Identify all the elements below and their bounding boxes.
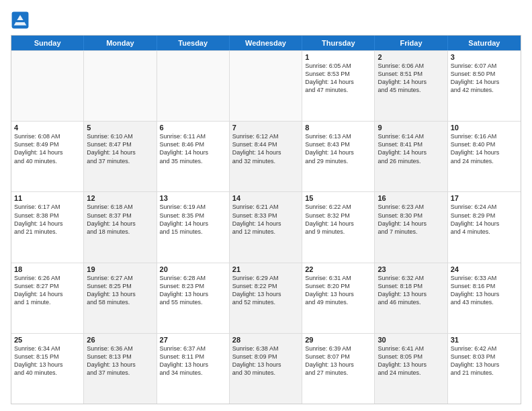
day-info: Sunrise: 6:12 AMSunset: 8:44 PMDaylight:…	[232, 132, 299, 165]
day-cell: 7Sunrise: 6:12 AMSunset: 8:44 PMDaylight…	[230, 122, 302, 191]
day-cell: 17Sunrise: 6:24 AMSunset: 8:29 PMDayligh…	[448, 192, 521, 262]
day-cell: 14Sunrise: 6:21 AMSunset: 8:33 PMDayligh…	[230, 192, 302, 262]
day-number: 30	[378, 336, 444, 344]
day-cell: 19Sunrise: 6:27 AMSunset: 8:25 PMDayligh…	[84, 263, 157, 333]
day-info: Sunrise: 6:33 AMSunset: 8:16 PMDaylight:…	[451, 274, 518, 307]
day-number: 25	[14, 336, 81, 344]
logo	[11, 11, 32, 30]
day-info: Sunrise: 6:16 AMSunset: 8:40 PMDaylight:…	[451, 132, 518, 165]
calendar: SundayMondayTuesdayWednesdayThursdayFrid…	[11, 35, 521, 404]
day-number: 17	[451, 194, 518, 202]
week-row-3: 18Sunrise: 6:26 AMSunset: 8:27 PMDayligh…	[11, 263, 521, 333]
day-info: Sunrise: 6:24 AMSunset: 8:29 PMDaylight:…	[451, 203, 518, 236]
day-cell: 28Sunrise: 6:38 AMSunset: 8:09 PMDayligh…	[230, 334, 302, 404]
day-cell: 4Sunrise: 6:08 AMSunset: 8:49 PMDaylight…	[11, 122, 84, 191]
day-number: 15	[305, 194, 371, 202]
page: SundayMondayTuesdayWednesdayThursdayFrid…	[0, 0, 532, 411]
day-cell: 16Sunrise: 6:23 AMSunset: 8:30 PMDayligh…	[375, 192, 447, 262]
day-info: Sunrise: 6:27 AMSunset: 8:25 PMDaylight:…	[87, 274, 153, 307]
day-number: 2	[378, 53, 444, 61]
day-cell: 3Sunrise: 6:07 AMSunset: 8:50 PMDaylight…	[448, 51, 521, 121]
day-info: Sunrise: 6:08 AMSunset: 8:49 PMDaylight:…	[14, 132, 81, 165]
day-info: Sunrise: 6:36 AMSunset: 8:13 PMDaylight:…	[87, 345, 153, 377]
day-number: 11	[14, 194, 81, 202]
logo-icon	[11, 11, 30, 30]
day-info: Sunrise: 6:06 AMSunset: 8:51 PMDaylight:…	[378, 62, 444, 95]
day-info: Sunrise: 6:10 AMSunset: 8:47 PMDaylight:…	[87, 132, 153, 165]
day-info: Sunrise: 6:19 AMSunset: 8:35 PMDaylight:…	[160, 203, 226, 236]
day-header-sunday: Sunday	[11, 36, 84, 50]
day-header-wednesday: Wednesday	[230, 36, 302, 50]
day-cell: 1Sunrise: 6:05 AMSunset: 8:53 PMDaylight…	[302, 51, 375, 121]
day-info: Sunrise: 6:11 AMSunset: 8:46 PMDaylight:…	[160, 132, 226, 165]
day-cell: 24Sunrise: 6:33 AMSunset: 8:16 PMDayligh…	[448, 263, 521, 333]
day-cell: 26Sunrise: 6:36 AMSunset: 8:13 PMDayligh…	[84, 334, 157, 404]
week-row-4: 25Sunrise: 6:34 AMSunset: 8:15 PMDayligh…	[11, 333, 521, 404]
day-info: Sunrise: 6:17 AMSunset: 8:38 PMDaylight:…	[14, 203, 81, 236]
day-header-thursday: Thursday	[302, 36, 375, 50]
day-info: Sunrise: 6:13 AMSunset: 8:43 PMDaylight:…	[305, 132, 371, 165]
week-row-0: 1Sunrise: 6:05 AMSunset: 8:53 PMDaylight…	[11, 50, 521, 121]
day-number: 24	[451, 265, 518, 273]
day-info: Sunrise: 6:31 AMSunset: 8:20 PMDaylight:…	[305, 274, 371, 307]
day-number: 12	[87, 194, 153, 202]
day-number: 16	[378, 194, 444, 202]
day-cell: 10Sunrise: 6:16 AMSunset: 8:40 PMDayligh…	[448, 122, 521, 191]
day-info: Sunrise: 6:41 AMSunset: 8:05 PMDaylight:…	[378, 345, 444, 377]
day-headers: SundayMondayTuesdayWednesdayThursdayFrid…	[11, 36, 521, 50]
day-cell: 5Sunrise: 6:10 AMSunset: 8:47 PMDaylight…	[84, 122, 157, 191]
day-number: 9	[378, 124, 444, 132]
day-cell: 15Sunrise: 6:22 AMSunset: 8:32 PMDayligh…	[302, 192, 375, 262]
day-cell	[84, 51, 157, 121]
day-info: Sunrise: 6:21 AMSunset: 8:33 PMDaylight:…	[232, 203, 299, 236]
day-cell: 11Sunrise: 6:17 AMSunset: 8:38 PMDayligh…	[11, 192, 84, 262]
day-cell: 29Sunrise: 6:39 AMSunset: 8:07 PMDayligh…	[302, 334, 375, 404]
day-number: 27	[160, 336, 226, 344]
day-cell: 2Sunrise: 6:06 AMSunset: 8:51 PMDaylight…	[375, 51, 447, 121]
day-number: 8	[305, 124, 371, 132]
day-header-monday: Monday	[84, 36, 157, 50]
day-cell: 30Sunrise: 6:41 AMSunset: 8:05 PMDayligh…	[375, 334, 447, 404]
day-cell	[230, 51, 302, 121]
day-cell: 20Sunrise: 6:28 AMSunset: 8:23 PMDayligh…	[157, 263, 230, 333]
day-number: 13	[160, 194, 226, 202]
day-info: Sunrise: 6:05 AMSunset: 8:53 PMDaylight:…	[305, 62, 371, 95]
day-header-friday: Friday	[375, 36, 447, 50]
day-number: 19	[87, 265, 153, 273]
day-number: 3	[451, 53, 518, 61]
day-info: Sunrise: 6:32 AMSunset: 8:18 PMDaylight:…	[378, 274, 444, 307]
day-number: 4	[14, 124, 81, 132]
day-cell	[157, 51, 230, 121]
day-number: 29	[305, 336, 371, 344]
day-cell: 13Sunrise: 6:19 AMSunset: 8:35 PMDayligh…	[157, 192, 230, 262]
day-cell: 31Sunrise: 6:42 AMSunset: 8:03 PMDayligh…	[448, 334, 521, 404]
day-header-tuesday: Tuesday	[157, 36, 230, 50]
day-info: Sunrise: 6:34 AMSunset: 8:15 PMDaylight:…	[14, 345, 81, 377]
day-number: 20	[160, 265, 226, 273]
day-number: 18	[14, 265, 81, 273]
day-info: Sunrise: 6:29 AMSunset: 8:22 PMDaylight:…	[232, 274, 299, 307]
weeks: 1Sunrise: 6:05 AMSunset: 8:53 PMDaylight…	[11, 50, 521, 404]
day-cell: 9Sunrise: 6:14 AMSunset: 8:41 PMDaylight…	[375, 122, 447, 191]
day-cell: 23Sunrise: 6:32 AMSunset: 8:18 PMDayligh…	[375, 263, 447, 333]
day-info: Sunrise: 6:28 AMSunset: 8:23 PMDaylight:…	[160, 274, 226, 307]
day-info: Sunrise: 6:26 AMSunset: 8:27 PMDaylight:…	[14, 274, 81, 307]
day-info: Sunrise: 6:39 AMSunset: 8:07 PMDaylight:…	[305, 345, 371, 377]
day-number: 23	[378, 265, 444, 273]
day-cell	[11, 51, 84, 121]
day-cell: 27Sunrise: 6:37 AMSunset: 8:11 PMDayligh…	[157, 334, 230, 404]
day-info: Sunrise: 6:23 AMSunset: 8:30 PMDaylight:…	[378, 203, 444, 236]
day-info: Sunrise: 6:22 AMSunset: 8:32 PMDaylight:…	[305, 203, 371, 236]
day-info: Sunrise: 6:14 AMSunset: 8:41 PMDaylight:…	[378, 132, 444, 165]
day-number: 14	[232, 194, 299, 202]
day-number: 28	[232, 336, 299, 344]
day-cell: 25Sunrise: 6:34 AMSunset: 8:15 PMDayligh…	[11, 334, 84, 404]
day-number: 6	[160, 124, 226, 132]
day-number: 21	[232, 265, 299, 273]
day-number: 1	[305, 53, 371, 61]
day-number: 10	[451, 124, 518, 132]
svg-rect-2	[16, 20, 24, 22]
week-row-2: 11Sunrise: 6:17 AMSunset: 8:38 PMDayligh…	[11, 191, 521, 262]
day-number: 31	[451, 336, 518, 344]
day-cell: 21Sunrise: 6:29 AMSunset: 8:22 PMDayligh…	[230, 263, 302, 333]
